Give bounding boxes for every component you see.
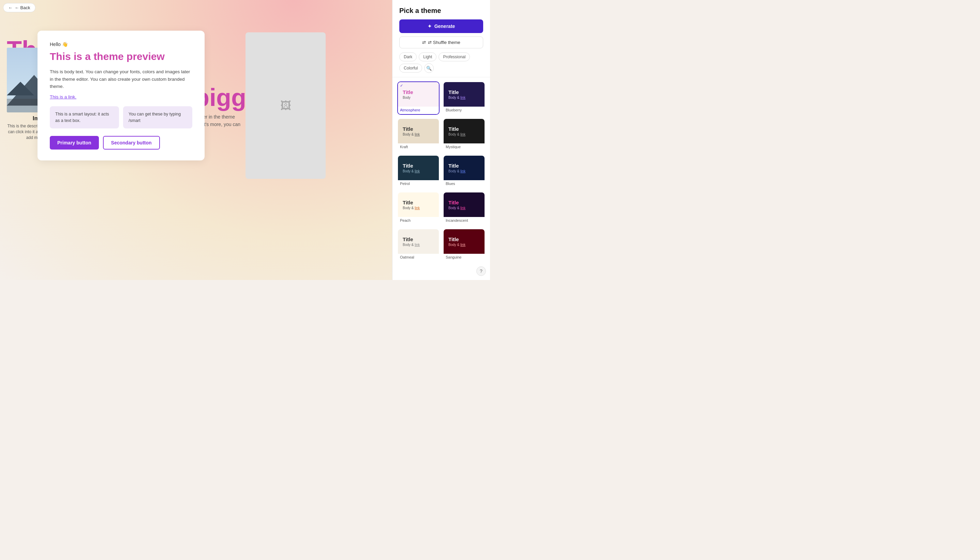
smart-layouts: This is a smart layout: it acts as a tex… — [50, 106, 192, 129]
theme-name-incandescent: Incandescent — [444, 217, 485, 225]
theme-preview-blueberry: Title Body & link — [444, 82, 485, 107]
theme-card-peach[interactable]: Title Body & link Peach — [397, 192, 440, 225]
back-button[interactable]: ← ← Back — [3, 3, 35, 12]
preview-body-text: This is body text. You can change your f… — [50, 68, 192, 90]
theme-grid: ✓ Title Body Atmosphere Title Body & lin… — [393, 77, 490, 266]
selected-check: ✓ — [400, 83, 403, 88]
help-button[interactable]: ? — [477, 267, 486, 276]
theme-name-atmosphere: Atmosphere — [398, 107, 439, 114]
filter-dark[interactable]: Dark — [399, 52, 417, 61]
theme-body-peach: Body & link — [403, 206, 420, 210]
theme-title-atmosphere: Title — [403, 89, 413, 95]
preview-area: This is a hea Image 1 This is the descri… — [0, 0, 392, 280]
gray-placeholder: 🖼 — [246, 32, 326, 179]
theme-title-mystique: Title — [448, 126, 459, 132]
theme-title-kraft: Title — [403, 126, 413, 132]
theme-preview-oatmeal: Title Body & link — [398, 229, 439, 254]
theme-body-blueberry: Body & link — [448, 96, 465, 100]
shuffle-icon: ⇄ — [422, 40, 426, 45]
theme-card-atmosphere[interactable]: ✓ Title Body Atmosphere — [397, 82, 440, 115]
theme-card-kraft[interactable]: Title Body & link Kraft — [397, 118, 440, 152]
theme-card-mystique[interactable]: Title Body & link Mystique — [443, 118, 485, 152]
preview-modal: Hello 👋 This is a theme preview This is … — [37, 31, 205, 160]
theme-name-blues: Blues — [444, 180, 485, 188]
theme-body-petrol: Body & link — [403, 169, 420, 173]
theme-preview-atmosphere: Title Body — [398, 82, 439, 107]
shuffle-button[interactable]: ⇄ ⇄ Shuffle theme — [399, 37, 483, 48]
theme-body-kraft: Body & link — [403, 133, 420, 136]
theme-card-sanguine[interactable]: Title Body & link Sanguine — [443, 228, 485, 262]
filter-light[interactable]: Light — [419, 52, 436, 61]
theme-card-blueberry[interactable]: Title Body & link Blueberry — [443, 82, 485, 115]
theme-name-mystique: Mystique — [444, 143, 485, 151]
theme-title-incandescent: Title — [448, 200, 459, 205]
theme-title-blueberry: Title — [448, 89, 459, 95]
primary-button[interactable]: Primary button — [50, 136, 99, 150]
theme-title-peach: Title — [403, 200, 413, 205]
panel-header: Pick a theme ✦ Generate ⇄ ⇄ Shuffle them… — [393, 0, 490, 77]
back-arrow-icon: ← — [8, 5, 13, 10]
theme-preview-sanguine: Title Body & link — [444, 229, 485, 254]
theme-preview-kraft: Title Body & link — [398, 119, 439, 143]
theme-name-sanguine: Sanguine — [444, 254, 485, 261]
theme-name-kraft: Kraft — [398, 143, 439, 151]
theme-body-oatmeal: Body & link — [403, 243, 420, 247]
theme-card-blues[interactable]: Title Body & link Blues — [443, 155, 485, 188]
back-label: ← Back — [15, 5, 30, 10]
search-icon-btn[interactable]: 🔍 — [424, 63, 434, 73]
panel-title: Pick a theme — [399, 7, 483, 15]
theme-body-atmosphere: Body — [403, 96, 411, 100]
image-placeholder-icon: 🖼 — [280, 100, 291, 112]
theme-title-oatmeal: Title — [403, 237, 413, 242]
theme-preview-incandescent: Title Body & link — [444, 192, 485, 217]
shuffle-label: ⇄ Shuffle theme — [428, 40, 460, 45]
theme-name-blueberry: Blueberry — [444, 107, 485, 114]
theme-card-incandescent[interactable]: Title Body & link Incandescent — [443, 192, 485, 225]
theme-title-sanguine: Title — [448, 237, 459, 242]
theme-card-oatmeal[interactable]: Title Body & link Oatmeal — [397, 228, 440, 262]
theme-body-sanguine: Body & link — [448, 243, 465, 247]
filter-professional[interactable]: Professional — [438, 52, 470, 61]
theme-title-petrol: Title — [403, 163, 413, 168]
smart-box-1: This is a smart layout: it acts as a tex… — [50, 106, 119, 129]
theme-name-petrol: Petrol — [398, 180, 439, 188]
theme-preview-mystique: Title Body & link — [444, 119, 485, 143]
theme-preview-petrol: Title Body & link — [398, 156, 439, 180]
theme-name-oatmeal: Oatmeal — [398, 254, 439, 261]
theme-preview-blues: Title Body & link — [444, 156, 485, 180]
theme-panel: Pick a theme ✦ Generate ⇄ ⇄ Shuffle them… — [392, 0, 490, 280]
generate-button[interactable]: ✦ Generate — [399, 19, 483, 33]
theme-body-mystique: Body & link — [448, 133, 465, 136]
theme-title-blues: Title — [448, 163, 459, 168]
preview-heading: This is a theme preview — [50, 50, 192, 63]
generate-label: Generate — [435, 23, 455, 29]
filter-colorful[interactable]: Colorful — [399, 64, 422, 73]
theme-preview-peach: Title Body & link — [398, 192, 439, 217]
hello-greeting: Hello 👋 — [50, 42, 192, 47]
generate-icon: ✦ — [428, 23, 432, 29]
theme-body-incandescent: Body & link — [448, 206, 465, 210]
preview-link[interactable]: This is a link. — [50, 94, 192, 100]
theme-card-petrol[interactable]: Title Body & link Petrol — [397, 155, 440, 188]
theme-body-blues: Body & link — [448, 169, 465, 173]
secondary-button[interactable]: Secondary button — [103, 136, 160, 150]
preview-buttons: Primary button Secondary button — [50, 136, 192, 150]
theme-name-peach: Peach — [398, 217, 439, 225]
smart-box-2: You can get these by typing /smart — [123, 106, 192, 129]
filter-tabs: Dark Light Professional Colorful 🔍 — [399, 52, 483, 73]
